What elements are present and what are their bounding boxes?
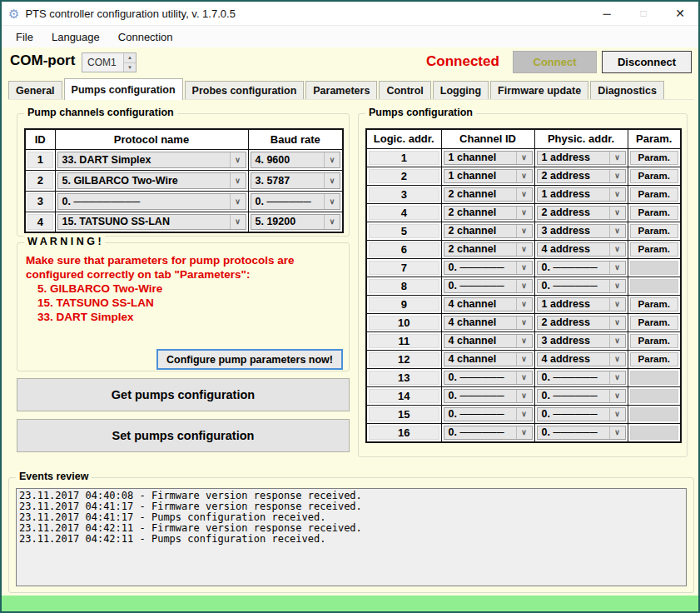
set-pumps-configuration-button[interactable]: Set pumps configuration (17, 419, 350, 452)
physic-addr-select[interactable]: 0. ────── ∨ (537, 371, 626, 385)
param-button[interactable]: Param. (630, 151, 679, 165)
physic-addr-select[interactable]: 1 address ∨ (537, 151, 626, 165)
warning-group-title: W A R N I N G ! (24, 236, 105, 247)
disconnect-button[interactable]: Disconnect (602, 51, 692, 73)
menu-connection[interactable]: Connection (109, 27, 182, 47)
close-button[interactable]: ✕ (662, 2, 698, 25)
param-button[interactable]: Param. (630, 352, 679, 366)
protocol-select[interactable]: 5. GILBARCO Two-Wire ∨ (57, 172, 246, 189)
channel-id-select[interactable]: 0. ────── ∨ (444, 389, 533, 403)
get-pumps-configuration-button[interactable]: Get pumps configuration (17, 378, 350, 411)
physic-addr-selected-value: 1 address (538, 152, 609, 163)
logic-addr-value: 1 (369, 151, 439, 165)
physic-addr-selected-value: 4 address (538, 243, 609, 255)
param-button[interactable]: Param. (630, 242, 679, 257)
physic-addr-select[interactable]: 1 address ∨ (537, 297, 626, 311)
channel-id-select[interactable]: 4 channel ∨ (444, 316, 533, 330)
channel-id-select[interactable]: 2 channel ∨ (444, 242, 533, 257)
chevron-down-icon: ∨ (516, 408, 532, 421)
connection-row: COM-port COM1 ▲ ▼ Connected Connect Disc… (2, 47, 698, 78)
tab-control[interactable]: Control (379, 81, 430, 100)
channel-id-select[interactable]: 0. ────── ∨ (444, 426, 533, 440)
channel-id-select[interactable]: 4 channel ∨ (444, 334, 533, 348)
menu-language[interactable]: Language (42, 27, 109, 47)
tab-pumps-configuration[interactable]: Pumps configuration (64, 78, 183, 100)
protocol-select[interactable]: 15. TATSUNO SS-LAN ∨ (57, 214, 246, 231)
param-button[interactable]: Param. (630, 169, 679, 183)
channel-id-select[interactable]: 4 channel ∨ (444, 297, 533, 311)
tab-firmware-update[interactable]: Firmware update (490, 81, 588, 100)
param-button[interactable]: Param. (630, 187, 679, 202)
baud-rate-select[interactable]: 3. 5787 ∨ (251, 172, 341, 189)
events-log[interactable]: 23.11.2017 04:40:08 - Firmware version r… (16, 488, 687, 586)
channel-id-select[interactable]: 0. ────── ∨ (444, 371, 533, 385)
pump-channel-row: 1 33. DART Simplex ∨ 4. 9600 ∨ (25, 149, 343, 170)
channel-id-select[interactable]: 2 channel ∨ (444, 206, 533, 220)
physic-addr-select[interactable]: 2 address ∨ (537, 169, 626, 183)
channel-id-selected-value: 0. ────── (444, 408, 516, 420)
chevron-down-icon: ∨ (516, 280, 532, 292)
protocol-select[interactable]: 33. DART Simplex ∨ (57, 152, 246, 168)
channel-id-select[interactable]: 1 channel ∨ (444, 151, 533, 165)
physic-addr-select[interactable]: 2 address ∨ (537, 206, 626, 220)
physic-addr-select[interactable]: 1 address ∨ (537, 187, 626, 202)
param-button[interactable]: Param. (630, 334, 679, 348)
menu-file[interactable]: File (7, 27, 42, 47)
baud-rate-select[interactable]: 0. ────── ∨ (251, 193, 341, 210)
physic-addr-select[interactable]: 0. ────── ∨ (537, 426, 626, 440)
channel-id-select[interactable]: 2 channel ∨ (444, 224, 533, 238)
com-port-stepper[interactable]: COM1 ▲ ▼ (82, 52, 137, 72)
channel-id-select[interactable]: 0. ────── ∨ (444, 261, 533, 275)
physic-addr-select[interactable]: 0. ────── ∨ (537, 279, 626, 293)
channel-id-select[interactable]: 1 channel ∨ (444, 169, 533, 183)
spin-down-icon[interactable]: ▼ (124, 63, 136, 72)
chevron-down-icon: ∨ (324, 194, 340, 209)
logic-addr-value: 12 (369, 352, 439, 366)
baud-rate-select[interactable]: 5. 19200 ∨ (251, 214, 341, 231)
maximize-button[interactable]: □ (625, 2, 662, 25)
channel-id-select[interactable]: 0. ────── ∨ (444, 407, 533, 421)
warning-line: configured correctly on tab "Parameters"… (26, 267, 340, 282)
param-button[interactable]: Param. (630, 297, 679, 311)
baud-rate-select[interactable]: 4. 9600 ∨ (251, 152, 341, 168)
chevron-down-icon: ∨ (516, 426, 532, 439)
tab-logging[interactable]: Logging (433, 81, 489, 100)
physic-addr-select[interactable]: 3 address ∨ (537, 334, 626, 348)
channel-id-select[interactable]: 2 channel ∨ (444, 187, 533, 202)
menu-bar: File Language Connection (2, 25, 698, 47)
pump-row: 15 0. ────── ∨ 0. ────── ∨ (366, 405, 681, 423)
physic-addr-select[interactable]: 2 address ∨ (537, 316, 626, 330)
tab-parameters[interactable]: Parameters (305, 81, 377, 100)
chevron-down-icon: ∨ (230, 152, 246, 167)
physic-addr-select[interactable]: 0. ────── ∨ (537, 407, 626, 421)
logic-addr-value: 16 (369, 426, 439, 440)
chevron-down-icon: ∨ (324, 173, 340, 188)
pump-row: 11 4 channel ∨ 3 address ∨ Param. (366, 331, 681, 350)
physic-addr-select[interactable]: 0. ────── ∨ (537, 261, 626, 275)
protocol-select[interactable]: 0. ───────── ∨ (57, 193, 246, 210)
com-port-value[interactable]: COM1 (82, 53, 123, 72)
connection-status: Connected (426, 53, 499, 70)
event-log-line: 23.11.2017 04:42:11 - Pumps configuratio… (19, 534, 683, 545)
param-button[interactable]: Param. (630, 316, 679, 330)
channel-id-select[interactable]: 4 channel ∨ (444, 352, 533, 366)
tab-general[interactable]: General (8, 81, 62, 100)
spin-up-icon[interactable]: ▲ (124, 53, 136, 63)
chevron-down-icon: ∨ (609, 335, 625, 347)
param-button[interactable]: Param. (630, 224, 679, 238)
warning-protocol-item: 15. TATSUNO SS-LAN (26, 296, 340, 310)
param-button[interactable]: Param. (630, 206, 679, 220)
tab-probes-configuration[interactable]: Probes configuration (185, 81, 305, 100)
logic-addr-value: 11 (369, 334, 439, 348)
minimize-button[interactable]: ─ (588, 2, 625, 25)
physic-addr-select[interactable]: 3 address ∨ (537, 224, 626, 238)
physic-addr-select[interactable]: 4 address ∨ (537, 242, 626, 257)
connect-button[interactable]: Connect (513, 51, 597, 73)
configure-pump-parameters-button[interactable]: Configure pump parameters now! (156, 349, 343, 370)
tab-diagnostics[interactable]: Diagnostics (590, 81, 664, 100)
channel-id-select[interactable]: 0. ────── ∨ (444, 279, 533, 293)
warning-group: W A R N I N G ! Make sure that parameter… (17, 242, 350, 371)
physic-addr-select[interactable]: 0. ────── ∨ (537, 389, 626, 403)
chevron-down-icon: ∨ (609, 353, 625, 366)
physic-addr-select[interactable]: 4 address ∨ (537, 352, 626, 366)
